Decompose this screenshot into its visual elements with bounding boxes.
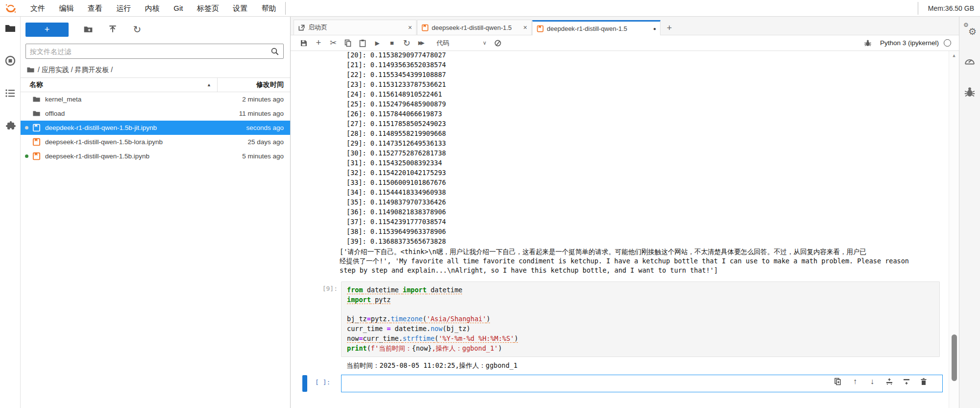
tab-bar: 启动页 × deepseek-r1-distill-qwen-1.5 × dee… bbox=[291, 17, 959, 35]
menu-item-内核[interactable]: 内核 bbox=[139, 4, 166, 12]
menu-item-运行[interactable]: 运行 bbox=[110, 4, 137, 12]
property-inspector-icon[interactable]: ⚙⚙ bbox=[964, 24, 976, 35]
memory-divider bbox=[918, 2, 918, 15]
file-modified-time: 5 minutes ago bbox=[217, 153, 290, 160]
paste-cells-icon[interactable] bbox=[355, 37, 370, 49]
stop-kernel-icon[interactable]: ■ bbox=[385, 37, 399, 49]
file-list-header: 名称 ▲ 修改时间 bbox=[21, 77, 290, 92]
cell-output-numeric: [20]: 0.11538290977478027 [21]: 0.114935… bbox=[346, 51, 446, 246]
save-icon[interactable] bbox=[296, 37, 311, 49]
file-browser-toolbar: + ↻ bbox=[21, 21, 290, 38]
file-browser-icon[interactable] bbox=[4, 23, 16, 34]
folder-icon bbox=[32, 95, 41, 103]
cell-type-value: 代码 bbox=[437, 39, 449, 48]
app-logo-icon bbox=[5, 2, 17, 14]
notebook-toolbar: + ✂ ▶ ■ ↻ ▶▶ 代码 ∨ bbox=[291, 35, 959, 51]
restart-run-all-icon[interactable]: ▶▶ bbox=[414, 37, 429, 49]
menu-item-文件[interactable]: 文件 bbox=[24, 4, 51, 12]
top-menu-bar: 文件 编辑 查看 运行 内核 Git 标签页 设置 帮助 Mem:36.50 G… bbox=[0, 0, 980, 17]
copy-cells-icon[interactable] bbox=[341, 37, 355, 49]
left-activity-bar bbox=[0, 17, 21, 408]
upload-icon[interactable] bbox=[108, 25, 118, 34]
delete-cell-icon[interactable] bbox=[919, 377, 928, 386]
table-of-contents-icon[interactable] bbox=[4, 87, 16, 99]
unsaved-changes-dot[interactable]: ● bbox=[653, 26, 656, 31]
chevron-down-icon: ∨ bbox=[483, 40, 487, 46]
file-row[interactable]: offload 11 minutes ago bbox=[21, 106, 290, 121]
file-row[interactable]: deepseek-r1-distill-qwen-1.5b-lora.ipynb… bbox=[21, 135, 290, 149]
kernel-running-dot bbox=[25, 140, 28, 144]
column-modified[interactable]: 修改时间 bbox=[218, 80, 290, 89]
running-sessions-icon[interactable] bbox=[4, 55, 16, 67]
cell-toolbar: ↑ ↓ bbox=[833, 377, 928, 386]
file-row[interactable]: deepseek-r1-distill-qwen-1.5b.ipynb 5 mi… bbox=[21, 149, 290, 163]
notebook-icon bbox=[32, 152, 41, 160]
kernel-running-dot bbox=[25, 126, 28, 129]
filter-input[interactable] bbox=[26, 48, 270, 55]
folder-icon bbox=[32, 109, 41, 118]
debugger-sidebar-icon[interactable] bbox=[964, 86, 976, 98]
file-name: kernel_meta bbox=[45, 96, 217, 103]
home-folder-icon[interactable] bbox=[26, 66, 35, 74]
sort-ascending-icon[interactable]: ▲ bbox=[207, 82, 211, 87]
breadcrumb-path: / 应用实践 / 昇腾开发板 / bbox=[38, 66, 113, 75]
restart-kernel-icon[interactable]: ↻ bbox=[399, 37, 414, 49]
file-name: deepseek-r1-distill-qwen-1.5b.ipynb bbox=[45, 153, 217, 160]
new-launcher-button[interactable]: + bbox=[25, 23, 69, 37]
tab[interactable]: deepdeek-r1-distill-qwen-1.5 ● bbox=[532, 20, 661, 35]
breadcrumb[interactable]: / 应用实践 / 昇腾开发板 / bbox=[21, 62, 290, 77]
file-modified-time: 2 minutes ago bbox=[217, 96, 290, 103]
tab[interactable]: 启动页 × bbox=[294, 20, 416, 35]
tab-label: deepdeek-r1-distill-qwen-1.5 bbox=[547, 25, 649, 32]
new-folder-icon[interactable] bbox=[83, 25, 93, 34]
search-icon bbox=[270, 47, 279, 56]
new-tab-button[interactable]: + bbox=[662, 21, 677, 35]
filter-box bbox=[25, 44, 284, 59]
tab-label: 启动页 bbox=[308, 23, 404, 32]
file-row[interactable]: deepdeek-r1-distill-qwen-1.5b-jit.ipynb … bbox=[21, 121, 290, 135]
file-name: deepseek-r1-distill-qwen-1.5b-lora.ipynb bbox=[45, 138, 217, 146]
cell-type-select[interactable]: 代码 ∨ bbox=[433, 37, 490, 49]
menu-item-标签页[interactable]: 标签页 bbox=[191, 4, 225, 12]
cut-cells-icon[interactable]: ✂ bbox=[326, 37, 341, 49]
tab[interactable]: deepseek-r1-distill-qwen-1.5 × bbox=[417, 20, 532, 35]
insert-cell-below-icon[interactable] bbox=[902, 377, 911, 386]
notebook-icon bbox=[32, 138, 41, 146]
move-cell-up-icon[interactable]: ↑ bbox=[851, 377, 859, 386]
file-browser-panel: + ↻ bbox=[21, 17, 291, 408]
close-tab-icon[interactable]: × bbox=[523, 24, 527, 31]
kernel-name[interactable]: Python 3 (ipykernel) bbox=[880, 39, 939, 47]
menu-item-设置[interactable]: 设置 bbox=[227, 4, 253, 12]
notebook-icon bbox=[537, 25, 544, 32]
code-cell-editor[interactable]: from datetime import datetimeimport pytz… bbox=[341, 281, 940, 357]
notebook-scrollbar[interactable]: ▲ bbox=[949, 51, 959, 408]
menu-item-编辑[interactable]: 编辑 bbox=[53, 4, 79, 12]
kernel-status-icon bbox=[944, 39, 951, 47]
file-row[interactable]: kernel_meta 2 minutes ago bbox=[21, 92, 290, 106]
menu-items: 文件 编辑 查看 运行 内核 Git 标签页 设置 帮助 bbox=[24, 0, 282, 16]
format-code-icon[interactable] bbox=[490, 37, 505, 49]
file-name: deepdeek-r1-distill-qwen-1.5b-jit.ipynb bbox=[45, 124, 217, 131]
refresh-icon[interactable]: ↻ bbox=[132, 25, 142, 34]
scrollbar-thumb[interactable] bbox=[952, 334, 957, 381]
notebook-icon bbox=[421, 24, 429, 31]
jupyterlab-window: 文件 编辑 查看 运行 内核 Git 标签页 设置 帮助 Mem:36.50 G… bbox=[0, 0, 980, 408]
move-cell-down-icon[interactable]: ↓ bbox=[868, 377, 877, 386]
menu-item-查看[interactable]: 查看 bbox=[82, 4, 108, 12]
extension-manager-icon[interactable] bbox=[4, 120, 16, 131]
debugger-icon[interactable] bbox=[860, 37, 875, 49]
duplicate-cell-icon[interactable] bbox=[833, 377, 842, 386]
file-list: kernel_meta 2 minutes ago offload 11 min… bbox=[21, 92, 290, 408]
column-name[interactable]: 名称 ▲ bbox=[21, 80, 217, 89]
scroll-up-icon[interactable]: ▲ bbox=[949, 53, 959, 58]
file-name: offload bbox=[45, 110, 217, 117]
resource-usage-icon[interactable] bbox=[964, 55, 976, 67]
menu-item-Git[interactable]: Git bbox=[168, 4, 189, 12]
close-tab-icon[interactable]: × bbox=[408, 24, 412, 31]
add-cell-icon[interactable]: + bbox=[311, 37, 326, 49]
insert-cell-above-icon[interactable] bbox=[885, 377, 894, 386]
kernel-running-dot bbox=[25, 98, 28, 101]
menu-item-帮助[interactable]: 帮助 bbox=[256, 4, 282, 12]
run-cell-icon[interactable]: ▶ bbox=[370, 37, 385, 49]
launcher-icon bbox=[298, 24, 305, 31]
